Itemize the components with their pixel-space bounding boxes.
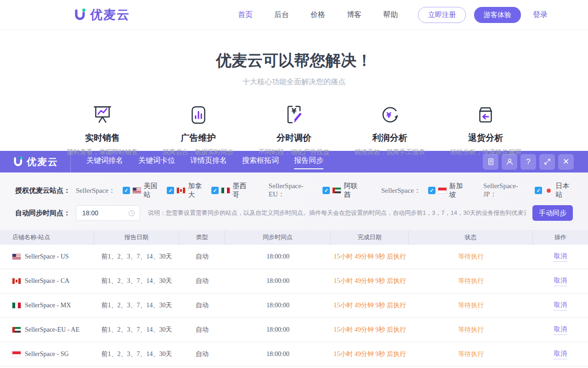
logo-u-icon [73,8,86,22]
completion-cell: 15小时 49分钟 9秒 后执行 [331,253,409,261]
site-checkbox-item[interactable]: 墨西哥 [211,182,249,199]
close-icon[interactable]: ✕ [558,154,574,170]
brand-logo[interactable]: 优麦云 [73,6,130,23]
register-button[interactable]: 立即注册 [418,7,466,23]
status-badge: 等待执行 [409,253,533,261]
sync-time-cell: 18:00:00 [225,326,331,334]
sync-time-label: 自动同步时间点： [15,209,76,218]
store-name: SellerSpace - CA [25,277,69,285]
site-group-name: SellerSpace： [76,186,115,195]
site-checkbox-item[interactable]: 美国站 [123,182,160,199]
tab-2[interactable]: 详情页排名 [190,151,227,172]
column-header-1: 店铺名称-站点 [0,230,94,245]
site-label: 美国站 [144,182,160,199]
logo-u-icon-white [12,156,23,167]
toolbar-divider [70,151,71,172]
ad-maintenance-icon [153,104,243,126]
store-flag-icon [12,351,21,357]
returns-analysis-icon [441,104,531,126]
table-row: SellerSpace-EU - AE 前1、2、3、7、14、30天 自动 1… [0,318,588,342]
type-cell: 自动 [179,301,225,310]
site-checkbox-item[interactable]: 阿联酋 [322,182,361,199]
site-group-name: SellerSpace-JP： [483,182,527,199]
tab-4[interactable]: 报告同步 [294,151,323,172]
tab-1[interactable]: 关键词卡位 [138,151,175,172]
store-name: SellerSpace - US [25,253,69,260]
site-group: SellerSpace-EU： 阿联酋 [269,182,361,199]
report-table-header: 店铺名称-站点报告日期类型同步时间点完成日期状态操作 [0,230,588,245]
login-link[interactable]: 登录 [533,10,548,20]
tab-0[interactable]: 关键词排名 [86,151,123,172]
completion-cell: 15小时 49分钟 9秒 后执行 [331,301,409,310]
svg-text:¥: ¥ [292,107,297,115]
site-group-name: SellerSpace-EU： [269,182,316,199]
site-checkbox-item[interactable]: 新加坡 [428,182,463,199]
status-badge: 等待执行 [409,326,533,334]
cancel-action-link[interactable]: 取消 [554,276,567,286]
type-cell: 自动 [179,277,225,285]
feature-desc: 精准高效，脱离手工报表 [345,148,435,156]
cancel-action-link[interactable]: 取消 [554,350,567,359]
cancel-action-link[interactable]: 取消 [554,301,567,310]
column-header-3: 类型 [179,230,225,245]
status-badge: 等待执行 [409,350,533,358]
report-dates-cell: 前1、2、3、7、14、30天 [94,301,179,310]
table-row: SellerSpace - SG 前1、2、3、7、14、30天 自动 18:0… [0,342,588,367]
sync-settings-panel: 授权优麦云站点： SellerSpace： 美国站 加拿大 墨西哥 Seller… [0,172,588,230]
checkbox-checked-icon[interactable] [535,187,542,194]
feature-title: 分时调价 [249,132,339,144]
report-dates-cell: 前1、2、3、7、14、30天 [94,350,179,358]
site-group: SellerSpace： 美国站 加拿大 墨西哥 [76,182,249,199]
column-header-6: 状态 [409,230,533,245]
authorized-sites-row: 授权优麦云站点： SellerSpace： 美国站 加拿大 墨西哥 Seller… [15,182,573,199]
completion-cell: 15小时 49分钟 9秒 后执行 [331,350,409,358]
nav-item-2[interactable]: 价格 [311,10,325,20]
checkbox-checked-icon[interactable] [123,187,130,194]
nav-item-0[interactable]: 首页 [238,10,253,20]
cancel-action-link[interactable]: 取消 [554,325,567,335]
svg-text:¥: ¥ [386,111,391,120]
report-icon[interactable] [483,154,498,170]
sync-time-cell: 18:00:00 [225,351,331,358]
site-group: SellerSpace： 新加坡 [381,182,463,199]
site-flag-icon [547,189,551,193]
timed-pricing-icon: ¥ [249,104,339,126]
store-flag-icon [12,303,21,308]
site-label: 阿联酋 [344,182,361,199]
feature-card: ¥ 利润分析 精准高效，脱离手工报表 [345,104,435,156]
nav-item-1[interactable]: 后台 [274,10,289,20]
checkbox-checked-icon[interactable] [322,187,330,194]
help-icon[interactable]: ? [520,154,536,170]
nav-item-3[interactable]: 博客 [347,10,362,20]
site-flag-icon [221,188,230,193]
sync-time-input[interactable]: 18:00 [76,205,140,221]
user-icon[interactable] [502,154,517,170]
feature-title: 利润分析 [345,132,435,144]
feature-title: 实时销售 [57,132,147,144]
table-row: SellerSpace - US 前1、2、3、7、14、30天 自动 18:0… [0,245,588,269]
sync-time-cell: 18:00:00 [225,253,331,260]
table-row: SellerSpace - CA 前1、2、3、7、14、30天 自动 18:0… [0,269,588,293]
type-cell: 自动 [179,326,225,334]
guest-button[interactable]: 游客体验 [474,7,521,23]
checkbox-checked-icon[interactable] [211,187,219,194]
feature-card: 退货分析 轻松分析，快速抓住漏洞 [441,104,531,156]
site-group-name: SellerSpace： [381,186,421,195]
hero-title: 优麦云可以帮您解决！ [0,50,588,71]
site-checkbox-item[interactable]: 加拿大 [167,182,204,199]
expand-icon[interactable] [539,154,555,170]
cancel-action-link[interactable]: 取消 [554,252,567,262]
site-flag-icon [333,188,341,193]
table-row: SellerSpace - MX 前1、2、3、7、14、30天 自动 18:0… [0,293,588,318]
checkbox-checked-icon[interactable] [428,187,435,194]
site-groups: SellerSpace： 美国站 加拿大 墨西哥 SellerSpace-EU：… [76,182,573,199]
hero-subtitle: 十大核心功能全面解决您的痛点 [0,77,588,87]
nav-item-4[interactable]: 帮助 [383,10,398,20]
tab-3[interactable]: 搜索框拓词 [242,151,279,172]
column-header-4: 同步时间点 [225,230,331,245]
manual-sync-button[interactable]: 手动同步 [532,205,573,221]
site-header: 优麦云 首页后台价格博客帮助 立即注册 游客体验 登录 [0,0,588,30]
site-checkbox-item[interactable]: 日本站 [535,182,573,199]
checkbox-checked-icon[interactable] [167,187,174,194]
column-header-5: 完成日期 [331,230,409,245]
